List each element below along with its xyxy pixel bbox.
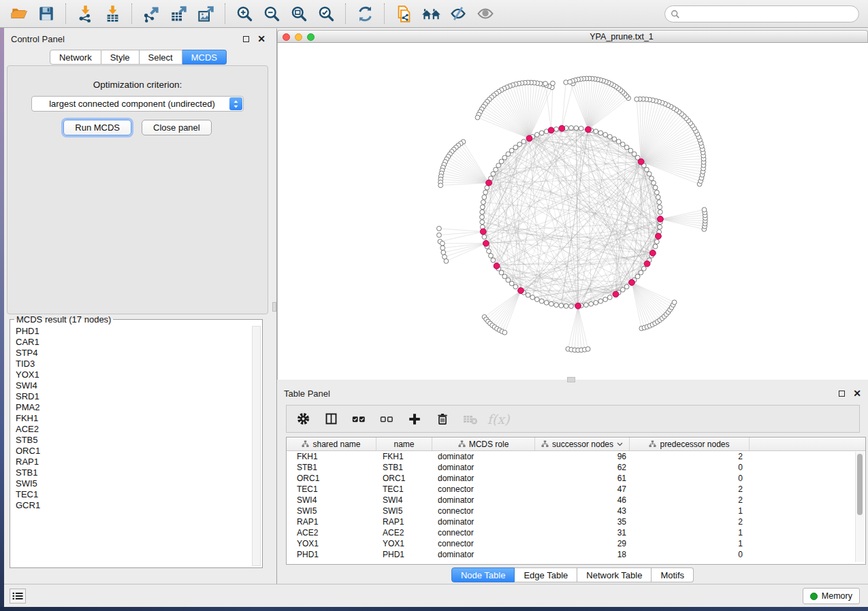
cell-predecessor_nodes[interactable]: 1 — [630, 539, 750, 548]
deselect-all-button[interactable] — [379, 411, 395, 427]
network-node[interactable] — [579, 126, 583, 131]
dominator-node[interactable] — [548, 127, 554, 133]
network-node[interactable] — [657, 200, 662, 205]
mcds-result-list[interactable]: PHD1CAR1STP4TID3YOX1SWI4SRD1PMA2FKH1ACE2… — [11, 326, 251, 567]
cell-mcds_role[interactable]: dominator — [432, 474, 535, 483]
table-scrollbar[interactable] — [855, 452, 864, 562]
network-node[interactable] — [502, 274, 507, 279]
cell-mcds_role[interactable]: dominator — [432, 463, 535, 472]
search-input[interactable] — [684, 10, 858, 19]
network-node[interactable] — [480, 220, 485, 225]
cell-name[interactable]: RAP1 — [376, 517, 432, 527]
cell-shared_name[interactable]: RAP1 — [287, 517, 376, 527]
network-node[interactable] — [603, 133, 608, 137]
panel-splitter[interactable] — [272, 29, 277, 584]
network-node[interactable] — [438, 183, 443, 188]
dominator-node[interactable] — [585, 127, 592, 133]
network-node[interactable] — [641, 266, 646, 271]
network-node[interactable] — [506, 152, 511, 156]
network-node[interactable] — [437, 226, 442, 231]
import-network-button[interactable] — [75, 3, 95, 24]
network-node[interactable] — [598, 299, 603, 303]
dominator-node[interactable] — [526, 135, 532, 142]
network-node[interactable] — [654, 190, 659, 195]
network-node[interactable] — [491, 171, 496, 176]
dominator-node[interactable] — [494, 263, 500, 269]
network-node[interactable] — [594, 129, 598, 134]
network-node[interactable] — [564, 303, 568, 308]
select-all-button[interactable] — [351, 411, 367, 427]
network-node[interactable] — [502, 155, 507, 160]
network-node[interactable] — [487, 249, 492, 254]
cell-predecessor_nodes[interactable]: 0 — [630, 474, 750, 483]
cell-name[interactable]: SWI4 — [376, 495, 432, 505]
mcds-result-item[interactable]: RAP1 — [11, 457, 251, 467]
close-panel-button[interactable]: Close panel — [142, 120, 212, 135]
dominator-node[interactable] — [483, 240, 489, 246]
network-node[interactable] — [521, 139, 526, 144]
cell-mcds_role[interactable]: dominator — [432, 550, 535, 559]
tab-motifs[interactable]: Motifs — [652, 567, 694, 582]
network-node[interactable] — [437, 233, 442, 237]
column-header-successor-nodes[interactable]: successor nodes — [535, 437, 630, 450]
network-node[interactable] — [639, 270, 643, 275]
export-network-button[interactable] — [141, 3, 161, 24]
network-node[interactable] — [653, 185, 658, 190]
cell-mcds_role[interactable]: connector — [432, 484, 535, 494]
network-node[interactable] — [489, 253, 494, 258]
cell-name[interactable]: PHD1 — [376, 550, 432, 559]
network-node[interactable] — [589, 301, 594, 306]
network-node[interactable] — [534, 297, 539, 302]
import-table-button[interactable] — [102, 3, 123, 24]
show-columns-button[interactable] — [323, 411, 339, 427]
dominator-node[interactable] — [480, 229, 486, 235]
table-row[interactable]: ACE2ACE2connector311 — [287, 527, 865, 538]
column-header-predecessor-nodes[interactable]: predecessor nodes — [630, 437, 750, 450]
network-node[interactable] — [440, 246, 445, 250]
delete-table-button[interactable] — [462, 411, 479, 427]
cell-name[interactable]: TEC1 — [376, 484, 432, 494]
mcds-result-item[interactable]: ORC1 — [11, 446, 251, 457]
dominator-node[interactable] — [613, 291, 619, 297]
mcds-result-item[interactable]: SWI5 — [11, 478, 251, 489]
cell-successor_nodes[interactable]: 18 — [535, 550, 630, 559]
mcds-result-item[interactable]: SRD1 — [11, 391, 251, 402]
network-node[interactable] — [539, 131, 544, 135]
network-node[interactable] — [441, 250, 446, 255]
network-graph[interactable] — [278, 43, 868, 380]
hide-selected-button[interactable] — [448, 3, 468, 24]
table-row[interactable]: ORC1ORC1dominator610 — [287, 473, 865, 484]
network-node[interactable] — [620, 142, 625, 147]
network-node[interactable] — [480, 210, 485, 214]
network-node[interactable] — [569, 304, 574, 309]
network-node[interactable] — [483, 190, 488, 195]
network-node[interactable] — [549, 301, 553, 306]
mcds-result-item[interactable]: GCR1 — [11, 500, 251, 511]
network-node[interactable] — [607, 135, 612, 139]
table-row[interactable]: SWI4SWI4dominator462 — [287, 495, 865, 506]
network-node[interactable] — [509, 148, 514, 153]
dominator-node[interactable] — [629, 280, 635, 286]
tab-node-table[interactable]: Node Table — [451, 567, 515, 582]
network-node[interactable] — [506, 278, 511, 282]
cell-mcds_role[interactable]: connector — [432, 528, 535, 538]
export-table-button[interactable] — [168, 3, 189, 24]
table-row[interactable]: STB1STB1dominator620 — [287, 462, 865, 473]
network-node[interactable] — [543, 81, 548, 86]
cell-mcds_role[interactable]: dominator — [432, 495, 535, 505]
network-node[interactable] — [568, 80, 573, 84]
table-row[interactable]: SWI5SWI5connector431 — [287, 506, 865, 516]
network-node[interactable] — [513, 145, 518, 150]
cell-successor_nodes[interactable]: 35 — [535, 517, 630, 527]
minimize-window-icon[interactable] — [295, 33, 302, 41]
tab-style[interactable]: Style — [101, 50, 140, 65]
cell-shared_name[interactable]: SWI4 — [287, 495, 376, 505]
cell-successor_nodes[interactable]: 61 — [535, 474, 630, 483]
network-node[interactable] — [574, 126, 579, 131]
network-node[interactable] — [624, 284, 629, 289]
dominator-node[interactable] — [658, 216, 664, 222]
table-row[interactable]: YOX1YOX1connector291 — [287, 538, 865, 549]
network-node[interactable] — [658, 225, 662, 229]
cell-name[interactable]: ACE2 — [376, 528, 432, 538]
zoom-fit-button[interactable] — [289, 3, 309, 24]
